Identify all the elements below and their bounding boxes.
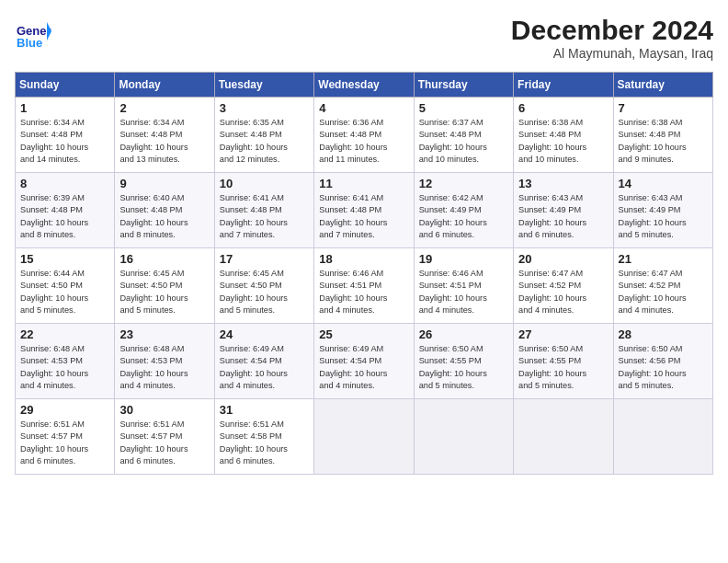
day-info: Sunrise: 6:47 AM Sunset: 4:52 PM Dayligh…: [518, 268, 608, 316]
day-info: Sunrise: 6:51 AM Sunset: 4:57 PM Dayligh…: [20, 419, 109, 467]
calendar-cell: 25Sunrise: 6:49 AM Sunset: 4:54 PM Dayli…: [314, 324, 414, 399]
calendar-cell: 16Sunrise: 6:45 AM Sunset: 4:50 PM Dayli…: [115, 248, 214, 324]
calendar-week-1: 1Sunrise: 6:34 AM Sunset: 4:48 PM Daylig…: [16, 98, 713, 173]
calendar-week-3: 15Sunrise: 6:44 AM Sunset: 4:50 PM Dayli…: [16, 248, 713, 324]
calendar-cell: 22Sunrise: 6:48 AM Sunset: 4:53 PM Dayli…: [16, 324, 115, 399]
month-title: December 2024: [511, 15, 713, 46]
calendar-week-4: 22Sunrise: 6:48 AM Sunset: 4:53 PM Dayli…: [16, 324, 713, 399]
day-number: 30: [119, 403, 209, 417]
day-info: Sunrise: 6:38 AM Sunset: 4:48 PM Dayligh…: [518, 117, 608, 166]
col-wednesday: Wednesday: [314, 73, 414, 98]
day-number: 29: [20, 403, 109, 417]
day-number: 23: [119, 327, 209, 341]
calendar-cell: 24Sunrise: 6:49 AM Sunset: 4:54 PM Dayli…: [214, 324, 313, 399]
day-info: Sunrise: 6:50 AM Sunset: 4:56 PM Dayligh…: [619, 343, 708, 392]
day-info: Sunrise: 6:39 AM Sunset: 4:48 PM Dayligh…: [20, 192, 109, 241]
logo: General Blue: [15, 15, 55, 52]
day-info: Sunrise: 6:46 AM Sunset: 4:51 PM Dayligh…: [319, 268, 408, 316]
day-number: 26: [419, 327, 508, 341]
day-info: Sunrise: 6:51 AM Sunset: 4:58 PM Dayligh…: [220, 419, 309, 467]
calendar-cell: 19Sunrise: 6:46 AM Sunset: 4:51 PM Dayli…: [414, 248, 513, 324]
calendar-cell: [514, 399, 613, 475]
day-info: Sunrise: 6:50 AM Sunset: 4:55 PM Dayligh…: [419, 343, 508, 392]
day-info: Sunrise: 6:44 AM Sunset: 4:50 PM Dayligh…: [20, 268, 109, 316]
day-number: 25: [319, 327, 408, 341]
col-tuesday: Tuesday: [214, 73, 313, 98]
day-number: 8: [20, 177, 109, 190]
day-info: Sunrise: 6:41 AM Sunset: 4:48 PM Dayligh…: [220, 192, 309, 241]
day-number: 28: [619, 327, 708, 341]
day-number: 24: [220, 327, 309, 341]
day-info: Sunrise: 6:47 AM Sunset: 4:52 PM Dayligh…: [619, 268, 708, 316]
calendar-cell: [414, 399, 513, 475]
day-info: Sunrise: 6:48 AM Sunset: 4:53 PM Dayligh…: [20, 343, 109, 392]
col-monday: Monday: [115, 73, 214, 98]
day-number: 21: [619, 252, 708, 266]
title-area: December 2024 Al Maymunah, Maysan, Iraq: [511, 15, 713, 61]
svg-text:Blue: Blue: [17, 36, 42, 50]
calendar-cell: 3Sunrise: 6:35 AM Sunset: 4:48 PM Daylig…: [214, 98, 313, 173]
calendar-cell: 2Sunrise: 6:34 AM Sunset: 4:48 PM Daylig…: [115, 98, 214, 173]
day-info: Sunrise: 6:43 AM Sunset: 4:49 PM Dayligh…: [619, 192, 708, 241]
calendar-cell: 6Sunrise: 6:38 AM Sunset: 4:48 PM Daylig…: [514, 98, 613, 173]
page-header: General Blue December 2024 Al Maymunah, …: [15, 15, 713, 61]
calendar-cell: 8Sunrise: 6:39 AM Sunset: 4:48 PM Daylig…: [16, 173, 115, 248]
calendar-cell: [613, 399, 712, 475]
day-number: 16: [119, 252, 209, 266]
day-number: 4: [319, 101, 408, 115]
day-number: 14: [619, 177, 708, 190]
day-number: 17: [220, 252, 309, 266]
day-info: Sunrise: 6:51 AM Sunset: 4:57 PM Dayligh…: [119, 419, 209, 467]
calendar-week-2: 8Sunrise: 6:39 AM Sunset: 4:48 PM Daylig…: [16, 173, 713, 248]
col-sunday: Sunday: [16, 73, 115, 98]
day-info: Sunrise: 6:49 AM Sunset: 4:54 PM Dayligh…: [319, 343, 408, 392]
day-info: Sunrise: 6:38 AM Sunset: 4:48 PM Dayligh…: [619, 117, 708, 166]
calendar-cell: 15Sunrise: 6:44 AM Sunset: 4:50 PM Dayli…: [16, 248, 115, 324]
calendar-cell: 10Sunrise: 6:41 AM Sunset: 4:48 PM Dayli…: [214, 173, 313, 248]
calendar-cell: 17Sunrise: 6:45 AM Sunset: 4:50 PM Dayli…: [214, 248, 313, 324]
day-number: 19: [419, 252, 508, 266]
day-number: 2: [119, 101, 209, 115]
calendar-cell: 13Sunrise: 6:43 AM Sunset: 4:49 PM Dayli…: [514, 173, 613, 248]
day-info: Sunrise: 6:49 AM Sunset: 4:54 PM Dayligh…: [220, 343, 309, 392]
day-number: 1: [20, 101, 109, 115]
header-row: Sunday Monday Tuesday Wednesday Thursday…: [16, 73, 713, 98]
day-number: 15: [20, 252, 109, 266]
col-saturday: Saturday: [613, 73, 712, 98]
day-info: Sunrise: 6:36 AM Sunset: 4:48 PM Dayligh…: [319, 117, 408, 166]
day-number: 27: [518, 327, 608, 341]
day-number: 11: [319, 177, 408, 190]
day-info: Sunrise: 6:43 AM Sunset: 4:49 PM Dayligh…: [518, 192, 608, 241]
day-number: 10: [220, 177, 309, 190]
calendar-cell: 18Sunrise: 6:46 AM Sunset: 4:51 PM Dayli…: [314, 248, 414, 324]
day-info: Sunrise: 6:34 AM Sunset: 4:48 PM Dayligh…: [20, 117, 109, 166]
calendar-cell: 1Sunrise: 6:34 AM Sunset: 4:48 PM Daylig…: [16, 98, 115, 173]
day-info: Sunrise: 6:45 AM Sunset: 4:50 PM Dayligh…: [119, 268, 209, 316]
day-info: Sunrise: 6:35 AM Sunset: 4:48 PM Dayligh…: [220, 117, 309, 166]
logo-icon: General Blue: [15, 15, 51, 52]
day-number: 6: [518, 101, 608, 115]
day-number: 20: [518, 252, 608, 266]
calendar-week-5: 29Sunrise: 6:51 AM Sunset: 4:57 PM Dayli…: [16, 399, 713, 475]
calendar-cell: 12Sunrise: 6:42 AM Sunset: 4:49 PM Dayli…: [414, 173, 513, 248]
day-number: 7: [619, 101, 708, 115]
calendar-cell: 4Sunrise: 6:36 AM Sunset: 4:48 PM Daylig…: [314, 98, 414, 173]
col-friday: Friday: [514, 73, 613, 98]
day-info: Sunrise: 6:48 AM Sunset: 4:53 PM Dayligh…: [119, 343, 209, 392]
day-info: Sunrise: 6:46 AM Sunset: 4:51 PM Dayligh…: [419, 268, 508, 316]
calendar-cell: 7Sunrise: 6:38 AM Sunset: 4:48 PM Daylig…: [613, 98, 712, 173]
day-number: 18: [319, 252, 408, 266]
day-info: Sunrise: 6:40 AM Sunset: 4:48 PM Dayligh…: [119, 192, 209, 241]
day-number: 22: [20, 327, 109, 341]
calendar-cell: 31Sunrise: 6:51 AM Sunset: 4:58 PM Dayli…: [214, 399, 313, 475]
day-info: Sunrise: 6:45 AM Sunset: 4:50 PM Dayligh…: [220, 268, 309, 316]
day-info: Sunrise: 6:41 AM Sunset: 4:48 PM Dayligh…: [319, 192, 408, 241]
calendar-cell: 27Sunrise: 6:50 AM Sunset: 4:55 PM Dayli…: [514, 324, 613, 399]
col-thursday: Thursday: [414, 73, 513, 98]
calendar-cell: 26Sunrise: 6:50 AM Sunset: 4:55 PM Dayli…: [414, 324, 513, 399]
calendar-cell: 28Sunrise: 6:50 AM Sunset: 4:56 PM Dayli…: [613, 324, 712, 399]
calendar-cell: 20Sunrise: 6:47 AM Sunset: 4:52 PM Dayli…: [514, 248, 613, 324]
calendar-cell: 14Sunrise: 6:43 AM Sunset: 4:49 PM Dayli…: [613, 173, 712, 248]
day-info: Sunrise: 6:37 AM Sunset: 4:48 PM Dayligh…: [419, 117, 508, 166]
calendar-cell: 11Sunrise: 6:41 AM Sunset: 4:48 PM Dayli…: [314, 173, 414, 248]
